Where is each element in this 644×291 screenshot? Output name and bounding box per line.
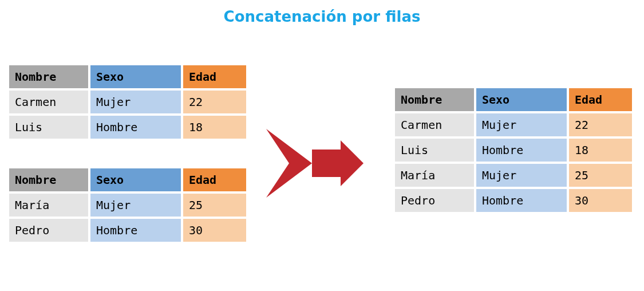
- col-header-name: Nombre: [9, 65, 88, 88]
- arrow-icon: [255, 123, 369, 203]
- table-row: Luis Hombre 18: [9, 116, 246, 139]
- table-header-row: Nombre Sexo Edad: [9, 65, 246, 88]
- cell-name: Luis: [395, 139, 474, 162]
- cell-sex: Mujer: [476, 113, 567, 136]
- cell-name: Carmen: [395, 113, 474, 136]
- cell-sex: Mujer: [90, 91, 181, 113]
- col-header-age: Edad: [569, 88, 632, 111]
- cell-name: Pedro: [395, 189, 474, 212]
- col-header-sex: Sexo: [476, 88, 567, 111]
- cell-sex: Hombre: [476, 139, 567, 162]
- svg-marker-1: [312, 140, 364, 186]
- table-row: Luis Hombre 18: [395, 139, 632, 162]
- cell-name: Luis: [9, 116, 88, 139]
- cell-sex: Hombre: [90, 116, 181, 139]
- col-header-sex: Sexo: [90, 65, 181, 88]
- col-header-name: Nombre: [9, 168, 88, 191]
- input-table-b: Nombre Sexo Edad María Mujer 25 Pedro Ho…: [7, 166, 248, 244]
- cell-age: 25: [569, 164, 632, 187]
- table-row: María Mujer 25: [9, 194, 246, 217]
- cell-age: 22: [183, 91, 246, 113]
- table-row: Pedro Hombre 30: [9, 219, 246, 242]
- col-header-age: Edad: [183, 65, 246, 88]
- cell-name: María: [9, 194, 88, 217]
- cell-age: 30: [569, 189, 632, 212]
- page-title: Concatenación por filas: [0, 8, 644, 25]
- table-header-row: Nombre Sexo Edad: [395, 88, 632, 111]
- col-header-name: Nombre: [395, 88, 474, 111]
- table-header-row: Nombre Sexo Edad: [9, 168, 246, 191]
- cell-age: 18: [569, 139, 632, 162]
- table-row: Carmen Mujer 22: [9, 91, 246, 113]
- cell-name: Pedro: [9, 219, 88, 242]
- result-table: Nombre Sexo Edad Carmen Mujer 22 Luis Ho…: [393, 86, 634, 214]
- cell-sex: Mujer: [476, 164, 567, 187]
- input-table-a: Nombre Sexo Edad Carmen Mujer 22 Luis Ho…: [7, 63, 248, 141]
- cell-sex: Hombre: [90, 219, 181, 242]
- cell-name: María: [395, 164, 474, 187]
- cell-sex: Hombre: [476, 189, 567, 212]
- svg-marker-0: [266, 129, 312, 198]
- cell-age: 18: [183, 116, 246, 139]
- table-row: María Mujer 25: [395, 164, 632, 187]
- cell-name: Carmen: [9, 91, 88, 113]
- cell-age: 25: [183, 194, 246, 217]
- cell-sex: Mujer: [90, 194, 181, 217]
- cell-age: 30: [183, 219, 246, 242]
- diagram-root: Concatenación por filas Nombre Sexo Edad…: [0, 0, 644, 291]
- cell-age: 22: [569, 113, 632, 136]
- col-header-sex: Sexo: [90, 168, 181, 191]
- table-row: Pedro Hombre 30: [395, 189, 632, 212]
- col-header-age: Edad: [183, 168, 246, 191]
- table-row: Carmen Mujer 22: [395, 113, 632, 136]
